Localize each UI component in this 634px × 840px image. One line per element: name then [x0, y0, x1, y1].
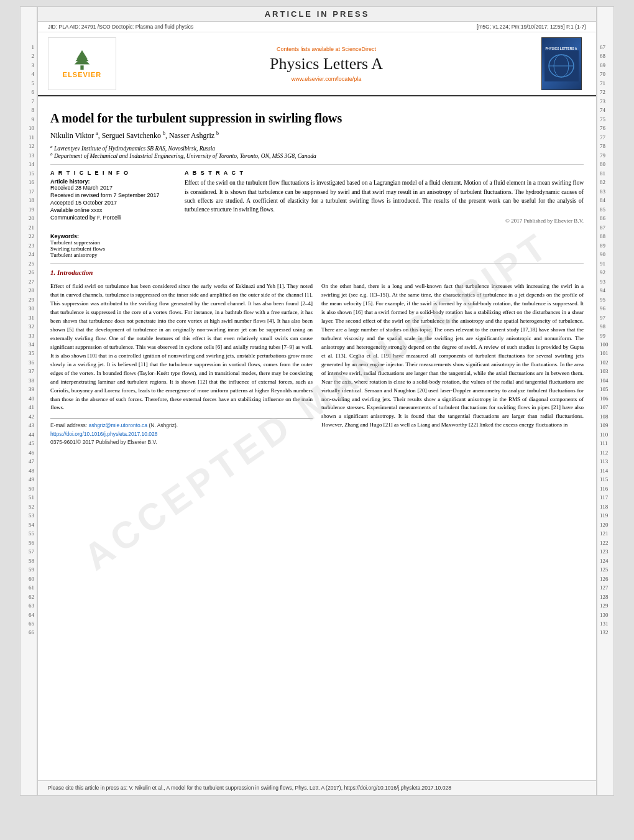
line-number: 98	[600, 322, 613, 331]
line-number: 39	[21, 385, 34, 394]
issn-text: 0375-9601/© 2017 Published by Elsevier B…	[50, 438, 313, 446]
elsevier-logo: ELSEVIER	[54, 48, 110, 80]
line-number: 19	[21, 205, 34, 214]
line-number: 88	[600, 232, 613, 241]
keyword-1: Turbulent suppression	[50, 239, 175, 246]
line-number: 15	[21, 169, 34, 178]
line-number: 54	[21, 520, 34, 529]
line-number: 128	[600, 593, 613, 601]
body-columns: Effect of fluid swirl on turbulence has …	[50, 282, 584, 446]
line-number: 55	[21, 529, 34, 538]
line-number: 106	[600, 394, 613, 403]
article-info-col: A R T I C L E I N F O Article history: R…	[50, 170, 175, 258]
line-number: 52	[21, 502, 34, 511]
line-number: 42	[21, 412, 34, 421]
intro-heading: 1. Introduction	[50, 269, 584, 276]
abstract-text: Effect of the swirl on the turbulent flo…	[185, 178, 584, 214]
banner-text: ARTICLE IN PRESS	[265, 9, 370, 19]
revised-date: Received in revised form 7 September 201…	[50, 192, 175, 198]
cover-graphic-icon	[544, 50, 579, 81]
line-number: 37	[21, 367, 34, 376]
line-number: 35	[21, 349, 34, 358]
line-number: 122	[600, 538, 613, 547]
line-number: 111	[600, 439, 613, 448]
line-number: 73	[600, 97, 613, 106]
citation-text: Please cite this article in press as: V.…	[48, 785, 451, 791]
line-number: 13	[21, 151, 34, 160]
article-history: Article history: Received 28 March 2017 …	[50, 178, 175, 221]
divider-2	[50, 263, 584, 264]
line-number: 70	[600, 70, 613, 78]
line-number: 86	[600, 214, 613, 223]
line-number: 27	[21, 277, 34, 286]
line-number: 6	[21, 88, 34, 96]
line-number: 77	[600, 133, 613, 142]
line-number: 65	[21, 619, 34, 628]
line-number: 44	[21, 430, 34, 439]
line-number: 41	[21, 403, 34, 412]
line-number: 46	[21, 448, 34, 457]
line-number: 132	[600, 628, 613, 637]
author-2: Serguei Savtchenko b	[102, 131, 165, 140]
meta-right: [m5G; v1.224; Pm:19/10/2017; 12:55] P.1 …	[477, 24, 586, 30]
journal-logo-area: ELSEVIER	[48, 37, 116, 90]
line-number: 107	[600, 403, 613, 412]
line-number: 67	[600, 43, 613, 52]
line-number: 4	[21, 70, 34, 78]
line-number: 10	[21, 124, 34, 132]
line-number: 56	[21, 538, 34, 547]
line-number: 126	[600, 575, 613, 583]
line-number: 50	[21, 484, 34, 493]
line-number: 99	[600, 331, 613, 340]
accepted-date: Accepted 15 October 2017	[50, 200, 175, 206]
line-number: 81	[600, 169, 613, 178]
line-number: 109	[600, 421, 613, 430]
sciencedirect-link: Contents lists available at ScienceDirec…	[277, 46, 376, 52]
line-number: 59	[21, 565, 34, 574]
line-numbers-right: 6768697071727374757677787980818283848586…	[597, 6, 614, 796]
line-number: 12	[21, 142, 34, 150]
line-number: 57	[21, 547, 34, 556]
elsevier-tree-icon	[63, 49, 101, 71]
line-number: 129	[600, 601, 613, 610]
divider-1	[50, 164, 584, 165]
line-number: 92	[600, 268, 613, 277]
abstract-label: A B S T R A C T	[185, 170, 584, 176]
line-number: 36	[21, 358, 34, 367]
journal-header: ELSEVIER Contents lists available at Sci…	[38, 32, 596, 96]
article-info-abstract: A R T I C L E I N F O Article history: R…	[50, 170, 584, 258]
line-number: 102	[600, 358, 613, 367]
line-number: 5	[21, 79, 34, 88]
author-3: Nasser Ashgriz b	[169, 131, 219, 140]
footnote-area: E-mail address: ashgriz@mie.utoronto.ca …	[50, 418, 313, 446]
line-number: 93	[600, 277, 613, 286]
line-number: 30	[21, 304, 34, 313]
line-number: 63	[21, 601, 34, 610]
line-number: 114	[600, 466, 613, 475]
line-number: 90	[600, 250, 613, 259]
line-number: 24	[21, 250, 34, 259]
line-number: 78	[600, 142, 613, 150]
line-number: 108	[600, 412, 613, 421]
line-number: 131	[600, 619, 613, 628]
body-col-right: On the other hand, there is a long and w…	[321, 282, 584, 446]
journal-cover: PHYSICS LETTERS A	[536, 37, 586, 90]
line-number: 123	[600, 547, 613, 556]
line-number: 80	[600, 160, 613, 168]
available-date: Available online xxxx	[50, 207, 175, 213]
line-number: 75	[600, 115, 613, 124]
top-meta: JID: PLA AID: 24791 /SCO Doctopic: Plasm…	[38, 22, 596, 32]
line-number: 125	[600, 565, 613, 574]
received-date: Received 28 March 2017	[50, 185, 175, 191]
line-number: 21	[21, 223, 34, 232]
line-number: 101	[600, 349, 613, 358]
line-number: 113	[600, 457, 613, 466]
intro-col1-text: Effect of fluid swirl on turbulence has …	[50, 282, 313, 412]
line-number: 31	[21, 313, 34, 322]
article-info-label: A R T I C L E I N F O	[50, 170, 175, 176]
line-number: 116	[600, 484, 613, 493]
line-number: 11	[21, 133, 34, 142]
line-number: 120	[600, 520, 613, 529]
line-number: 7	[21, 97, 34, 106]
line-number: 8	[21, 106, 34, 114]
